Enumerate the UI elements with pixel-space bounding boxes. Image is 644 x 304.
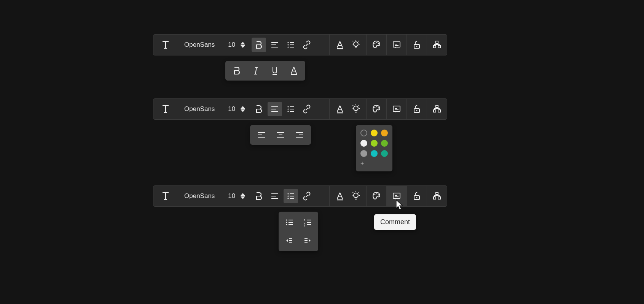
chevron-down-icon[interactable] bbox=[241, 109, 245, 112]
color-swatch-teal[interactable] bbox=[381, 150, 388, 157]
stepper-arrows[interactable] bbox=[241, 106, 245, 112]
formatting-toolbar: OpenSans 10 bbox=[153, 34, 447, 55]
text-color-button[interactable] bbox=[333, 38, 347, 52]
text-tool-button[interactable] bbox=[153, 35, 178, 55]
font-size-stepper[interactable]: 10 bbox=[221, 186, 249, 206]
comment-button[interactable] bbox=[387, 35, 406, 55]
stepper-arrows[interactable] bbox=[241, 42, 245, 48]
add-color-button[interactable]: + bbox=[360, 160, 388, 167]
link-button[interactable] bbox=[300, 38, 314, 52]
font-family-selector[interactable]: OpenSans bbox=[178, 186, 221, 206]
font-family-label: OpenSans bbox=[184, 41, 215, 49]
align-center-option[interactable] bbox=[274, 128, 287, 142]
font-family-label: OpenSans bbox=[184, 192, 215, 200]
bold-button[interactable] bbox=[252, 189, 266, 203]
italic-option[interactable] bbox=[249, 64, 263, 78]
chevron-down-icon[interactable] bbox=[241, 196, 245, 199]
font-family-label: OpenSans bbox=[184, 105, 215, 113]
components-button[interactable] bbox=[427, 186, 447, 206]
suggestion-button[interactable] bbox=[349, 38, 363, 52]
color-swatch-yellow[interactable] bbox=[371, 130, 378, 136]
text-style-popup bbox=[225, 61, 305, 81]
suggestion-button[interactable] bbox=[349, 189, 363, 203]
palette-grid bbox=[360, 130, 388, 157]
suggestion-button[interactable] bbox=[349, 102, 363, 116]
strikethrough-option[interactable] bbox=[287, 64, 301, 78]
font-size-value: 10 bbox=[228, 192, 235, 200]
numbered-list-option[interactable] bbox=[301, 215, 314, 229]
lock-button[interactable] bbox=[407, 99, 427, 119]
comment-button[interactable] bbox=[387, 99, 406, 119]
text-tool-button[interactable] bbox=[153, 99, 178, 119]
color-swatch-cyan[interactable] bbox=[371, 150, 378, 157]
bold-button[interactable] bbox=[252, 102, 266, 116]
link-button[interactable] bbox=[300, 189, 314, 203]
color-palette-popup: + bbox=[356, 125, 392, 171]
list-button[interactable] bbox=[284, 38, 298, 52]
bold-button[interactable] bbox=[252, 38, 266, 52]
text-tool-button[interactable] bbox=[153, 186, 178, 206]
color-swatch-none[interactable] bbox=[360, 130, 367, 136]
link-button[interactable] bbox=[300, 102, 314, 116]
align-button[interactable] bbox=[268, 38, 282, 52]
palette-button[interactable] bbox=[367, 186, 386, 206]
color-swatch-green[interactable] bbox=[381, 140, 388, 147]
font-family-selector[interactable]: OpenSans bbox=[178, 99, 221, 119]
align-button[interactable] bbox=[268, 189, 282, 203]
components-button[interactable] bbox=[427, 35, 447, 55]
underline-option[interactable] bbox=[268, 64, 282, 78]
comment-tooltip: Comment bbox=[374, 214, 416, 230]
list-button[interactable] bbox=[284, 189, 298, 203]
list-popup bbox=[279, 212, 318, 251]
list-button[interactable] bbox=[284, 102, 298, 116]
indent-right-option[interactable] bbox=[282, 234, 296, 247]
align-button[interactable] bbox=[268, 102, 282, 116]
indent-left-option[interactable] bbox=[301, 234, 314, 247]
bold-option[interactable] bbox=[230, 64, 244, 78]
chevron-up-icon[interactable] bbox=[241, 106, 245, 109]
formatting-toolbar: OpenSans 10 bbox=[153, 185, 447, 207]
color-swatch-white[interactable] bbox=[360, 140, 367, 147]
font-size-value: 10 bbox=[228, 41, 235, 49]
align-left-option[interactable] bbox=[255, 128, 268, 142]
formatting-toolbar: OpenSans 10 bbox=[153, 98, 447, 120]
chevron-up-icon[interactable] bbox=[241, 193, 245, 196]
align-right-option[interactable] bbox=[293, 128, 306, 142]
chevron-up-icon[interactable] bbox=[241, 42, 245, 44]
color-swatch-gray[interactable] bbox=[360, 150, 367, 157]
font-size-value: 10 bbox=[228, 105, 235, 113]
text-color-button[interactable] bbox=[333, 189, 347, 203]
color-swatch-orange[interactable] bbox=[381, 130, 388, 136]
lock-button[interactable] bbox=[407, 186, 427, 206]
palette-button[interactable] bbox=[367, 35, 386, 55]
font-family-selector[interactable]: OpenSans bbox=[178, 35, 221, 55]
alignment-popup bbox=[250, 125, 311, 145]
components-button[interactable] bbox=[427, 99, 447, 119]
font-size-stepper[interactable]: 10 bbox=[221, 35, 249, 55]
palette-button[interactable] bbox=[367, 99, 386, 119]
text-color-button[interactable] bbox=[333, 102, 347, 116]
chevron-down-icon[interactable] bbox=[241, 45, 245, 48]
color-swatch-lime[interactable] bbox=[371, 140, 378, 147]
stepper-arrows[interactable] bbox=[241, 193, 245, 199]
comment-button[interactable] bbox=[387, 186, 406, 206]
font-size-stepper[interactable]: 10 bbox=[221, 99, 249, 119]
bullet-list-option[interactable] bbox=[282, 215, 296, 229]
lock-button[interactable] bbox=[407, 35, 427, 55]
